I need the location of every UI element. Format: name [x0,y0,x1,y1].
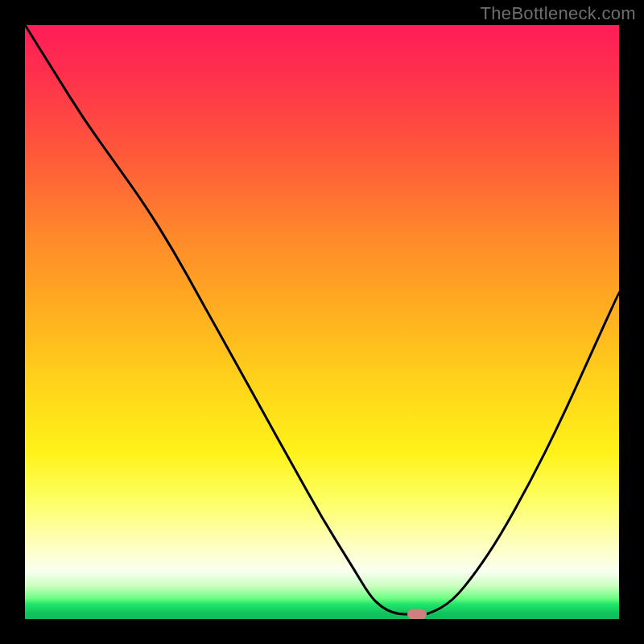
curve-svg [25,25,619,619]
watermark-text: TheBottleneck.com [481,3,636,24]
optimal-point-marker [407,609,427,619]
plot-area [25,25,619,619]
chart-stage: TheBottleneck.com [0,0,644,644]
bottleneck-curve [25,25,619,614]
